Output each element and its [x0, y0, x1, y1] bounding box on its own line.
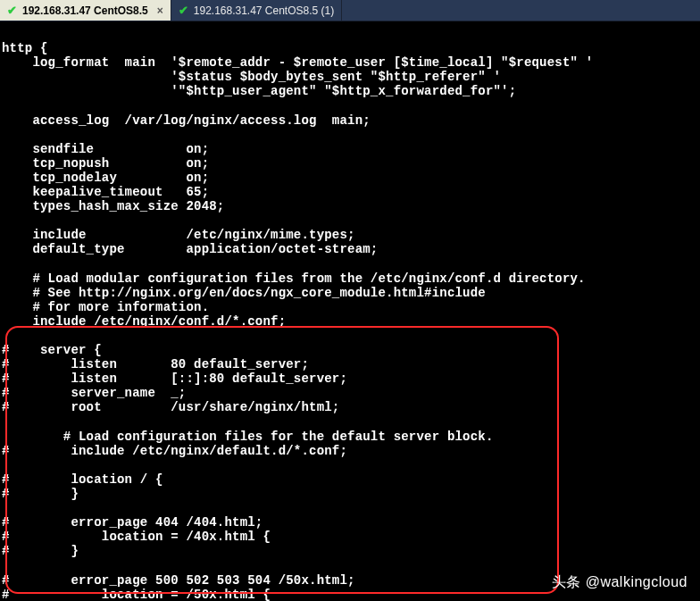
watermark-text: 头条 @walkingcloud [552, 574, 688, 590]
tab-label: 192.168.31.47 CentOS8.5 (1) [194, 4, 334, 17]
connected-icon: ✔ [179, 4, 188, 17]
terminal-tab-2[interactable]: ✔ 192.168.31.47 CentOS8.5 (1) [171, 0, 342, 21]
watermark: 头条 @walkingcloud [552, 574, 688, 590]
connected-icon: ✔ [7, 4, 17, 17]
terminal-output[interactable]: http { log_format main '$remote_addr - $… [0, 21, 700, 601]
tab-bar: ✔ 192.168.31.47 CentOS8.5 × ✔ 192.168.31… [0, 0, 700, 21]
close-icon[interactable]: × [157, 4, 163, 17]
tab-label: 192.168.31.47 CentOS8.5 [22, 4, 148, 17]
terminal-tab-1[interactable]: ✔ 192.168.31.47 CentOS8.5 × [0, 0, 171, 21]
terminal-text: http { log_format main '$remote_addr - $… [2, 41, 593, 601]
